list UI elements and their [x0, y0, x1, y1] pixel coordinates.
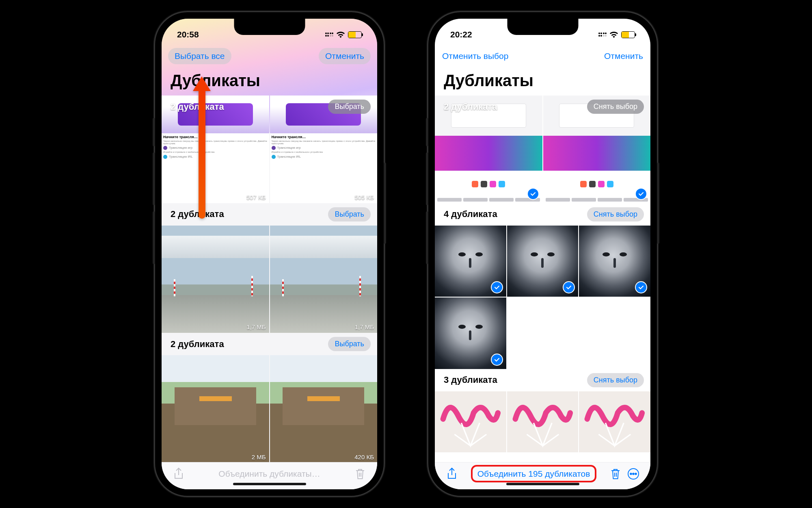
group-title: 2 дубликата: [171, 339, 224, 350]
nav-bar: Отменить выбор Отменить: [435, 43, 650, 69]
duplicate-thumb[interactable]: [507, 226, 579, 297]
phone-left: 20:58 Выбрать все Отменить Дубликаты 2 д…: [155, 12, 384, 496]
svg-point-2: [633, 473, 634, 475]
svg-point-1: [630, 473, 632, 475]
home-indicator[interactable]: [506, 483, 579, 485]
deselect-group-button[interactable]: Снять выбор: [587, 100, 644, 114]
duplicate-thumb[interactable]: [435, 391, 506, 452]
share-icon[interactable]: [445, 467, 458, 480]
selected-check-icon: [563, 281, 575, 293]
duplicate-thumb[interactable]: [579, 226, 650, 297]
group-title: 3 дубликата: [444, 375, 497, 385]
wifi-icon: [336, 31, 345, 38]
duplicate-thumb[interactable]: [579, 391, 650, 452]
select-group-button[interactable]: Выбрать: [328, 337, 371, 351]
group-title: 4 дубликата: [444, 209, 497, 219]
svg-point-3: [635, 473, 637, 475]
file-size: 2 МБ: [252, 454, 266, 460]
file-size: 1,7 МБ: [355, 323, 374, 330]
duplicate-thumb[interactable]: [435, 297, 506, 369]
deselect-group-button[interactable]: Снять выбор: [587, 207, 644, 221]
select-all-button[interactable]: Выбрать все: [168, 48, 231, 64]
duplicate-thumb[interactable]: 420 КБ: [270, 355, 378, 462]
duplicate-thumb[interactable]: [435, 226, 506, 297]
file-size: 1,7 МБ: [246, 323, 266, 330]
deselect-group-button[interactable]: Снять выбор: [587, 373, 644, 387]
home-indicator[interactable]: [233, 483, 306, 485]
status-time: 20:58: [177, 30, 199, 39]
cellular-icon: [598, 33, 607, 37]
cellular-icon: [325, 33, 334, 37]
selected-check-icon: [635, 188, 647, 200]
select-group-button[interactable]: Выбрать: [328, 207, 371, 221]
duplicate-thumb[interactable]: 1,7 МБ: [162, 226, 269, 333]
annotation-arrow-up: [194, 76, 209, 219]
selected-check-icon: [491, 281, 503, 293]
trash-icon[interactable]: [609, 467, 622, 480]
group-header: 2 дубликата Выбрать: [162, 333, 377, 355]
status-time: 20:22: [450, 30, 472, 39]
annotation-highlight: Объединить 195 дубликатов: [471, 465, 597, 482]
phone-right: 20:22 Отменить выбор Отменить Дубликаты …: [428, 12, 657, 496]
file-size: 505 КБ: [354, 194, 374, 201]
file-size: 507 КБ: [246, 194, 266, 201]
deselect-all-button[interactable]: Отменить выбор: [441, 48, 515, 64]
selected-check-icon: [491, 354, 503, 366]
scroll-content[interactable]: 2 дубликата Снять выбор: [435, 96, 650, 462]
group-header: 4 дубликата Снять выбор: [435, 203, 650, 226]
file-size: 420 КБ: [354, 454, 374, 460]
share-icon[interactable]: [172, 467, 185, 480]
wifi-icon: [609, 31, 618, 38]
selected-check-icon: [635, 281, 647, 293]
more-icon[interactable]: [627, 467, 640, 480]
screen-left: 20:58 Выбрать все Отменить Дубликаты 2 д…: [162, 19, 377, 489]
trash-icon[interactable]: [354, 467, 367, 480]
selected-check-icon: [527, 188, 539, 200]
duplicate-thumb[interactable]: [507, 391, 579, 452]
group-header: 3 дубликата Снять выбор: [435, 369, 650, 391]
duplicate-thumb[interactable]: 2 МБ: [162, 355, 269, 462]
select-group-button[interactable]: Выбрать: [328, 100, 371, 114]
notch: [507, 19, 578, 35]
page-title: Дубликаты: [435, 69, 650, 96]
group-title: 2 дубликата: [444, 102, 497, 112]
merge-button[interactable]: Объединить дубликаты…: [190, 469, 349, 479]
merge-button[interactable]: Объединить 195 дубликатов: [463, 469, 604, 479]
battery-icon: [621, 31, 635, 38]
notch: [234, 19, 305, 35]
screen-right: 20:22 Отменить выбор Отменить Дубликаты …: [435, 19, 650, 489]
group-header: 2 дубликата Снять выбор: [435, 96, 650, 118]
nav-bar: Выбрать все Отменить: [162, 43, 377, 69]
cancel-button[interactable]: Отменить: [319, 48, 371, 64]
battery-icon: [348, 31, 362, 38]
cancel-button[interactable]: Отменить: [598, 48, 644, 64]
duplicate-thumb[interactable]: 1,7 МБ: [270, 226, 378, 333]
